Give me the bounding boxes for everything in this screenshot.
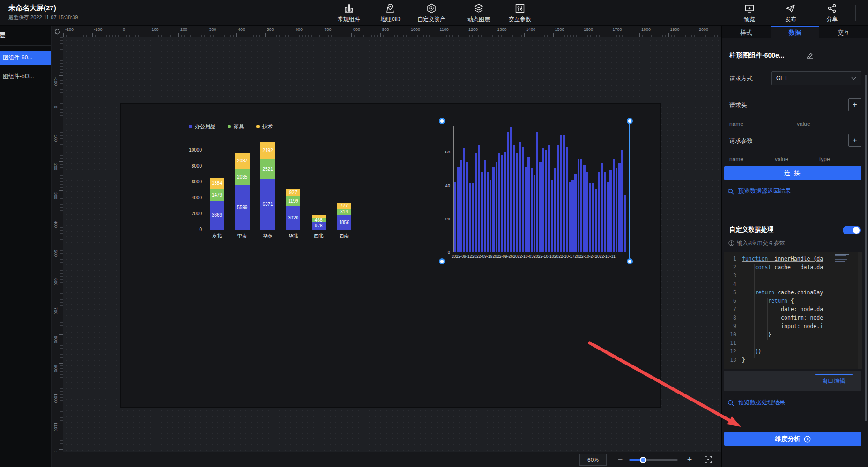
stacked-segment[interactable]: 2521 <box>260 159 275 179</box>
stacked-segment[interactable]: 1856 <box>337 215 351 230</box>
preview-monitor-icon <box>744 3 755 14</box>
zoom-slider[interactable] <box>629 459 678 461</box>
code-line[interactable]: date: node.da <box>742 305 823 314</box>
toolbar-divider <box>455 5 455 21</box>
stacked-segment[interactable]: 2087 <box>235 153 250 169</box>
code-editor[interactable]: 1function _innerHandle (da2 const cache … <box>724 252 862 369</box>
layers-icon <box>473 3 484 14</box>
stacked-segment[interactable]: 2192 <box>260 142 275 159</box>
map-pin-icon <box>385 3 396 14</box>
zoom-percentage-input[interactable]: 60% <box>579 454 607 466</box>
add-param-button[interactable]: + <box>848 134 861 147</box>
circle-arrow-icon <box>804 436 811 443</box>
bar-chart-component-selected[interactable]: 02040602022-09-122022-09-192022-09-26202… <box>442 121 630 261</box>
code-line[interactable]: const cache = data.da <box>742 263 823 271</box>
panel-tabs: 样式数据交互 <box>722 26 868 38</box>
component-name: 柱形图组件-600e... <box>729 51 784 60</box>
editor-footer: 窗口编辑 <box>724 371 861 391</box>
toolbar-item-分享[interactable]: 分享 <box>811 0 853 26</box>
tab-交互[interactable]: 交互 <box>819 26 868 38</box>
tab-样式[interactable]: 样式 <box>722 26 771 38</box>
stacked-segment[interactable]: 978 <box>312 222 326 230</box>
hint-row: 输入#应用交互参数 <box>728 239 785 247</box>
stacked-bar-chart-component[interactable]: 办公用品家具技术02000400060008000100003669147913… <box>180 118 382 246</box>
layer-item[interactable]: 图组件-60... <box>0 51 51 65</box>
window-edit-button[interactable]: 窗口编辑 <box>815 374 853 387</box>
code-line[interactable]: confirm: node <box>742 314 823 322</box>
stacked-segment[interactable]: 3669 <box>210 201 224 230</box>
stacked-segment[interactable]: 1384 <box>210 178 224 189</box>
toolbar-item-动态图层[interactable]: 动态图层 <box>458 0 499 26</box>
toolbar-divider <box>855 5 856 21</box>
add-header-button[interactable]: + <box>848 98 861 111</box>
resize-handle[interactable] <box>439 258 445 264</box>
share-nodes-icon <box>826 3 838 14</box>
toolbar-item-常规组件[interactable]: 常规组件 <box>328 0 370 26</box>
legend-item[interactable]: 家具 <box>228 123 244 130</box>
request-params-label: 请求参数 <box>729 137 753 145</box>
fit-screen-icon[interactable] <box>702 453 715 466</box>
code-line[interactable]: return { <box>742 297 794 305</box>
stacked-segment[interactable]: 1479 <box>210 189 224 200</box>
zoom-slider-thumb[interactable] <box>640 457 646 463</box>
layer-item[interactable]: 图组件-bf3... <box>0 69 51 83</box>
stacked-segment[interactable]: 727 <box>337 203 351 208</box>
legend-item[interactable]: 技术 <box>256 123 273 130</box>
refresh-icon[interactable] <box>52 26 63 37</box>
vertical-ruler[interactable]: -100010020030040050060070080090010001100… <box>52 37 63 452</box>
properties-panel: 样式数据交互 柱形图组件-600e... 请求方式 GET 请求头 + name… <box>721 26 868 467</box>
preview-datasource-link[interactable]: 预览数据源返回结果 <box>727 187 791 195</box>
code-line[interactable]: function _innerHandle (da <box>742 255 823 263</box>
toolbar-item-地理/3D[interactable]: 地理/3D <box>370 0 411 26</box>
custom-processing-toggle[interactable] <box>843 226 861 234</box>
legend-item[interactable]: 办公用品 <box>189 123 215 130</box>
stacked-segment[interactable] <box>312 215 326 218</box>
sliders-icon <box>514 3 526 14</box>
stacked-segment[interactable]: 927 <box>286 189 300 197</box>
search-icon <box>727 188 734 195</box>
toolbar-item-发布[interactable]: 发布 <box>770 0 811 26</box>
bottom-bar: 60% − + <box>52 452 721 467</box>
param-type-col: type <box>819 156 830 162</box>
toolbar-item-预览[interactable]: 预览 <box>729 0 770 26</box>
search-icon <box>727 400 734 406</box>
code-line[interactable]: } <box>742 356 745 364</box>
resize-handle[interactable] <box>627 258 633 264</box>
param-value-col: value <box>775 156 788 162</box>
stacked-segment[interactable]: 6371 <box>260 179 275 230</box>
request-method-label: 请求方式 <box>729 75 753 83</box>
toolbar-item-自定义资产[interactable]: 自定义资产 <box>411 0 452 26</box>
stacked-segment[interactable]: 814 <box>337 209 351 215</box>
code-line[interactable]: input: node.i <box>742 322 823 330</box>
tab-数据[interactable]: 数据 <box>771 26 819 38</box>
horizontal-ruler[interactable]: -200-10001002003004005006007008009001000… <box>63 26 721 37</box>
artboard[interactable]: 办公用品家具技术02000400060008000100003669147913… <box>121 104 660 407</box>
connect-button[interactable]: 连 接 <box>724 166 861 180</box>
stacked-segment[interactable]: 3020 <box>286 206 300 230</box>
code-line[interactable]: }) <box>742 347 762 356</box>
stacked-segment[interactable]: 1199 <box>286 196 300 205</box>
param-name-col: name <box>729 156 743 162</box>
top-bar: 未命名大屏(27) 最近保存 2022-11-07 15:38:39 常规组件地… <box>0 0 868 26</box>
selection-border <box>442 121 630 261</box>
canvas-area: -200-10001002003004005006007008009001000… <box>52 26 721 452</box>
request-method-select[interactable]: GET <box>771 71 861 85</box>
resize-handle[interactable] <box>439 118 445 124</box>
code-line[interactable]: } <box>742 330 771 339</box>
toolbar-item-退出[interactable]: 退出 <box>859 0 868 26</box>
layers-header: 图层 <box>0 26 51 46</box>
minimap <box>835 254 851 263</box>
code-line[interactable]: return cache.chinaDay <box>742 288 823 297</box>
resize-handle[interactable] <box>627 118 633 124</box>
stacked-segment[interactable]: 5599 <box>235 185 250 230</box>
stacked-segment[interactable]: 468 <box>312 218 326 222</box>
panel-scrollbar[interactable] <box>865 75 867 421</box>
zoom-out-button[interactable]: − <box>614 453 627 466</box>
stacked-segment[interactable]: 2035 <box>235 169 250 185</box>
design-canvas[interactable]: 办公用品家具技术02000400060008000100003669147913… <box>63 37 721 452</box>
toolbar-item-交互参数[interactable]: 交互参数 <box>499 0 541 26</box>
edit-name-icon[interactable] <box>806 52 814 61</box>
preview-result-link[interactable]: 预览数据处理结果 <box>727 399 785 407</box>
zoom-in-button[interactable]: + <box>683 453 696 466</box>
dimension-analysis-button[interactable]: 维度分析 <box>724 432 861 446</box>
